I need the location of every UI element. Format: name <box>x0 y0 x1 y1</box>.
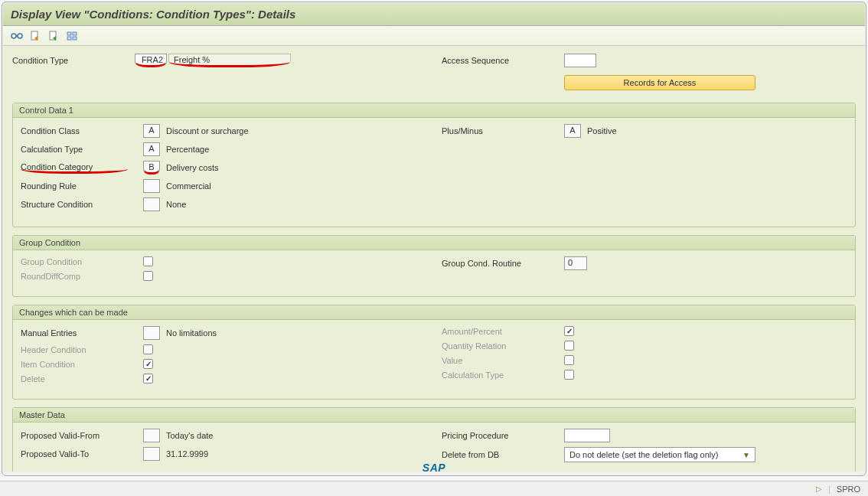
condition-type-desc[interactable]: Freight % <box>168 54 291 67</box>
group-title-control1: Control Data 1 <box>13 103 855 118</box>
group-cond-routine-input[interactable]: 0 <box>564 256 587 270</box>
toolbar <box>3 26 865 46</box>
header-condition-label: Header Condition <box>21 345 143 354</box>
calctype-checkbox[interactable] <box>564 370 574 380</box>
condition-class-label: Condition Class <box>21 126 143 135</box>
calculation-type-code[interactable]: A <box>143 142 160 156</box>
group-group-condition: Group Condition Group Condition RoundDif… <box>12 235 856 297</box>
condition-class-desc: Discount or surcharge <box>162 126 249 135</box>
group-title-groupcond: Group Condition <box>13 236 855 250</box>
manual-entries-label: Manual Entries <box>21 328 143 338</box>
group-condition-label: Group Condition <box>21 257 143 266</box>
svg-rect-8 <box>73 37 77 40</box>
valid-to-code[interactable] <box>143 447 160 461</box>
svg-point-0 <box>11 34 16 38</box>
group-control-data-1: Control Data 1 Condition Class A Discoun… <box>12 103 856 227</box>
svg-rect-5 <box>67 32 71 35</box>
valid-to-label: Proposed Valid-To <box>21 449 143 458</box>
rounding-rule-code[interactable] <box>143 179 160 193</box>
glasses-icon[interactable] <box>11 30 23 42</box>
svg-rect-7 <box>67 37 71 40</box>
page-arrow-icon[interactable] <box>29 30 41 42</box>
amount-percent-label: Amount/Percent <box>442 327 564 336</box>
manual-entries-desc: No limitations <box>162 328 217 338</box>
calculation-type-label: Calculation Type <box>21 145 143 154</box>
delete-from-db-select[interactable]: Do not delete (set the deletion flag onl… <box>564 447 755 462</box>
window: Display View "Conditions: Condition Type… <box>2 2 866 476</box>
rounddiffcomp-checkbox[interactable] <box>143 271 153 281</box>
condition-category-code[interactable]: B <box>143 161 160 175</box>
group-cond-routine-label: Group Cond. Routine <box>442 259 564 268</box>
condition-class-code[interactable]: A <box>143 124 160 138</box>
chevron-down-icon: ▼ <box>742 451 750 459</box>
item-condition-label: Item Condition <box>21 360 143 369</box>
access-sequence-label: Access Sequence <box>442 56 564 65</box>
sap-logo: SAP <box>423 462 445 474</box>
header-fields: Condition Type FRA2 Freight % Access Seq… <box>12 54 856 95</box>
structure-condition-code[interactable] <box>143 197 160 211</box>
condition-category-label: Condition Category <box>21 162 128 174</box>
valid-to-desc: 31.12.9999 <box>162 449 208 458</box>
value-label: Value <box>442 356 564 365</box>
structure-condition-label: Structure Condition <box>21 200 143 209</box>
plus-minus-label: Plus/Minus <box>442 126 564 135</box>
plus-minus-code[interactable]: A <box>564 124 581 138</box>
access-sequence-input[interactable] <box>564 54 596 67</box>
delete-from-db-value: Do not delete (set the deletion flag onl… <box>569 450 718 459</box>
manual-entries-code[interactable] <box>143 326 160 340</box>
valid-from-label: Proposed Valid-From <box>21 431 143 440</box>
plus-minus-desc: Positive <box>582 126 617 135</box>
condition-type-label: Condition Type <box>12 56 135 65</box>
group-title-changes: Changes which can be made <box>13 305 855 320</box>
group-changes: Changes which can be made Manual Entries… <box>12 305 856 400</box>
pricing-procedure-input[interactable] <box>564 429 610 442</box>
rounddiffcomp-label: RoundDiffComp <box>21 272 143 281</box>
grid-icon[interactable] <box>66 30 78 42</box>
group-condition-checkbox[interactable] <box>143 256 153 266</box>
amount-percent-checkbox[interactable] <box>564 326 574 336</box>
valid-from-code[interactable] <box>143 429 160 442</box>
content-area: Condition Type FRA2 Freight % Access Seq… <box>3 46 865 472</box>
svg-rect-6 <box>73 32 77 35</box>
condition-category-desc: Delivery costs <box>162 163 218 172</box>
delete-checkbox[interactable] <box>143 374 153 383</box>
structure-condition-desc: None <box>162 200 186 209</box>
pricing-procedure-label: Pricing Procedure <box>442 431 564 440</box>
quantity-relation-checkbox[interactable] <box>564 341 574 351</box>
page-plus-icon[interactable] <box>47 30 60 42</box>
item-condition-checkbox[interactable] <box>143 359 153 369</box>
rounding-rule-desc: Commercial <box>162 181 211 191</box>
condition-type-code[interactable]: FRA2 <box>135 54 167 67</box>
calculation-type-desc: Percentage <box>162 145 209 154</box>
svg-point-1 <box>18 34 22 38</box>
valid-from-desc: Today's date <box>162 431 213 440</box>
quantity-relation-label: Quantity Relation <box>442 341 564 351</box>
rounding-rule-label: Rounding Rule <box>21 181 143 191</box>
delete-label: Delete <box>21 374 143 383</box>
calctype-label: Calculation Type <box>442 370 564 380</box>
delete-from-db-label: Delete from DB <box>442 450 564 459</box>
group-title-master: Master Data <box>13 408 855 423</box>
records-for-access-button[interactable]: Records for Access <box>564 75 755 90</box>
header-condition-checkbox[interactable] <box>143 344 153 354</box>
window-title: Display View "Conditions: Condition Type… <box>3 3 865 26</box>
value-checkbox[interactable] <box>564 355 574 365</box>
